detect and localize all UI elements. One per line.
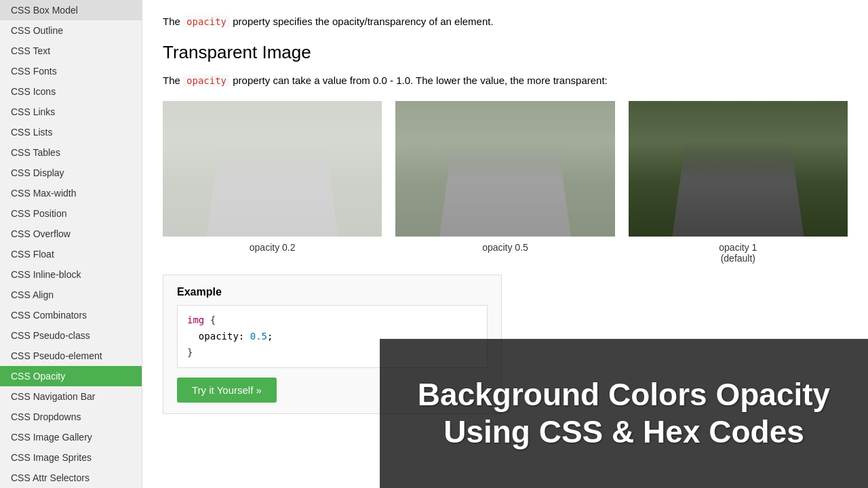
sidebar-item-css-links[interactable]: CSS Links [0, 102, 142, 122]
sidebar-item-css-combinators[interactable]: CSS Combinators [0, 305, 142, 325]
sidebar-item-css-dropdowns[interactable]: CSS Dropdowns [0, 407, 142, 427]
sidebar-item-css-icons[interactable]: CSS Icons [0, 81, 142, 102]
sidebar-item-css-float[interactable]: CSS Float [0, 244, 142, 264]
image-col-2: opacity 0.5 [395, 101, 614, 264]
code-selector: img [187, 314, 204, 325]
bridge-image-1 [163, 101, 382, 237]
bridge-image-2 [395, 101, 614, 237]
sidebar-item-css-inline-block[interactable]: CSS Inline-block [0, 264, 142, 285]
caption-1: opacity 0.2 [250, 242, 296, 253]
sidebar-item-css-text[interactable]: CSS Text [0, 41, 142, 61]
image-row: opacity 0.2 opacity 0.5 opacity 1(defaul… [163, 101, 848, 264]
intro-paragraph: The opacity property specifies the opaci… [163, 14, 848, 30]
desc-text-2: property can take a value from 0.0 - 1.0… [233, 75, 608, 86]
bridge-image-3 [629, 101, 848, 237]
sidebar-item-css-navigation-bar[interactable]: CSS Navigation Bar [0, 386, 142, 407]
sidebar-item-css-box-model[interactable]: CSS Box Model [0, 0, 142, 20]
example-label: Example [177, 286, 488, 298]
code-value: 0.5 [250, 331, 267, 342]
sidebar-item-css-image-sprites[interactable]: CSS Image Sprites [0, 447, 142, 468]
intro-text-1: The [163, 16, 180, 27]
sidebar-item-css-pseudo-element[interactable]: CSS Pseudo-element [0, 346, 142, 366]
overlay-line2: Using CSS & Hex Codes [418, 413, 830, 451]
opacity-code-2: opacity [183, 75, 230, 87]
sidebar-item-css-overflow[interactable]: CSS Overflow [0, 224, 142, 244]
sidebar-item-css-opacity[interactable]: CSS Opacity [0, 366, 142, 386]
code-property: opacity [187, 331, 239, 342]
opacity-code-1: opacity [183, 16, 230, 28]
intro-text-2: property specifies the opacity/transpare… [233, 16, 493, 27]
sidebar-item-css-image-gallery[interactable]: CSS Image Gallery [0, 427, 142, 447]
sidebar-item-css-pseudo-class[interactable]: CSS Pseudo-class [0, 325, 142, 346]
sidebar-item-css-lists[interactable]: CSS Lists [0, 122, 142, 142]
code-block: img { opacity: 0.5; } [177, 305, 488, 368]
desc-text-1: The [163, 75, 180, 86]
example-box: Example img { opacity: 0.5; } Try it You… [163, 274, 502, 414]
image-col-1: opacity 0.2 [163, 101, 382, 264]
sidebar-item-css-fonts[interactable]: CSS Fonts [0, 61, 142, 81]
sidebar-item-css-attr-selectors[interactable]: CSS Attr Selectors [0, 468, 142, 488]
sidebar-item-css-max-width[interactable]: CSS Max-width [0, 183, 142, 203]
caption-2: opacity 0.5 [482, 242, 528, 253]
sidebar-item-css-display[interactable]: CSS Display [0, 163, 142, 183]
image-col-3: opacity 1(default) [629, 101, 848, 264]
sidebar-item-css-outline[interactable]: CSS Outline [0, 20, 142, 41]
sidebar-item-css-tables[interactable]: CSS Tables [0, 142, 142, 163]
caption-3: opacity 1(default) [719, 242, 757, 264]
try-it-button[interactable]: Try it Yourself » [177, 378, 277, 403]
sidebar: CSS Box ModelCSS OutlineCSS TextCSS Font… [0, 0, 142, 488]
sidebar-item-css-position[interactable]: CSS Position [0, 203, 142, 224]
main-content: The opacity property specifies the opaci… [142, 0, 868, 488]
sidebar-item-css-align[interactable]: CSS Align [0, 285, 142, 305]
section-title: Transparent Image [163, 42, 848, 63]
desc-paragraph: The opacity property can take a value fr… [163, 73, 848, 89]
